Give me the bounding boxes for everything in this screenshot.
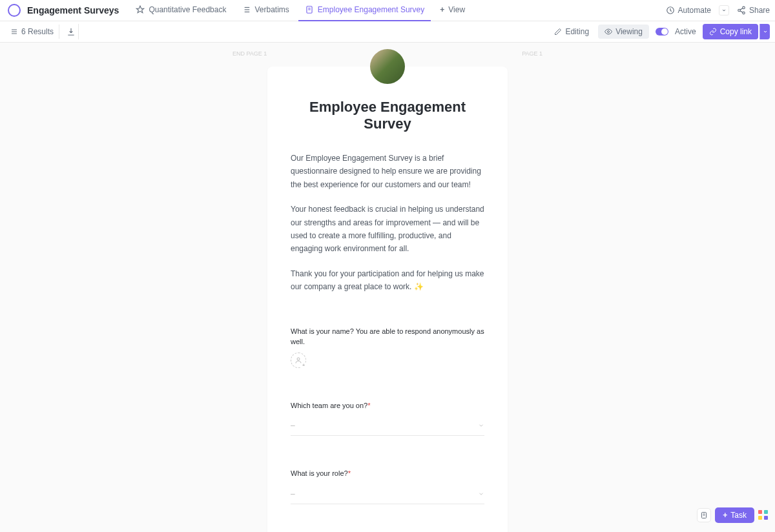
pencil-icon [554,28,562,36]
app-dot [764,510,768,514]
automate-label: Automate [678,6,711,15]
form-description-3: Thank you for your participation and for… [291,267,484,294]
share-button[interactable]: Share [737,6,770,15]
chevron-down-icon [721,8,727,13]
chevron-down-icon [478,491,484,497]
question-team: Which team are you on?* – [291,400,484,436]
copy-link-label: Copy link [720,27,752,36]
top-bar: Engagement Surveys Quantitative Feedback… [0,0,775,21]
question-label: What is your role?* [291,468,484,479]
tab-add-view[interactable]: + View [433,0,471,21]
app-dot [758,516,762,520]
link-icon [709,28,717,36]
results-button[interactable]: 6 Results [5,25,59,39]
share-icon [737,6,746,15]
tab-quantitative-feedback[interactable]: Quantitative Feedback [129,0,232,21]
tab-label: Employee Engagement Survey [318,5,424,14]
share-label: Share [749,6,770,15]
toolbar: 6 Results Editing Viewing Active Copy li… [0,21,775,43]
form-card: Employee Engagement Survey Our Employee … [267,66,508,532]
note-icon [700,511,708,519]
task-label: Task [730,511,747,520]
automate-button[interactable]: Automate [666,6,711,15]
logo-icon[interactable] [8,4,21,17]
active-toggle[interactable] [656,28,668,36]
plus-icon: + [723,511,727,520]
chevron-down-icon [763,29,768,34]
form-wrapper: Employee Engagement Survey Our Employee … [267,49,508,532]
tab-employee-engagement-survey[interactable]: Employee Engagement Survey [298,0,431,21]
active-label: Active [675,27,696,36]
form-canvas[interactable]: END PAGE 1 PAGE 1 Employee Engagement Su… [0,43,775,532]
page-hint-left: END PAGE 1 [232,50,267,57]
svg-point-19 [297,358,300,360]
editing-mode-button[interactable]: Editing [548,25,595,39]
toolbar-right: Editing Viewing Active Copy link [548,24,770,39]
app-dot [764,516,768,520]
topbar-left: Engagement Surveys Quantitative Feedback… [5,0,471,21]
topbar-right: Automate Share [666,5,770,15]
dropdown-placeholder: – [291,421,295,430]
svg-point-18 [608,31,610,33]
editing-label: Editing [565,27,589,36]
question-label: What is your name? You are able to respo… [291,326,484,347]
chevron-down-icon [478,422,484,429]
page-title: Engagement Surveys [27,5,119,15]
svg-point-10 [743,6,745,8]
eye-icon [604,28,612,36]
question-role: What is your role?* – [291,468,484,504]
automate-chevron[interactable] [719,5,729,15]
list-icon [10,28,18,36]
form-description-1: Our Employee Engagement Survey is a brie… [291,152,484,191]
required-star: * [367,402,370,409]
question-name: What is your name? You are able to respo… [291,326,484,368]
user-picker[interactable]: + [291,353,306,368]
list-icon [242,5,251,14]
viewing-label: Viewing [615,27,643,36]
question-label: Which team are you on?* [291,400,484,411]
svg-point-11 [738,9,741,12]
question-text: Which team are you on? [291,402,367,409]
viewing-mode-button[interactable]: Viewing [598,25,649,39]
role-dropdown[interactable]: – [291,484,484,504]
app-dot [758,510,762,514]
team-dropdown[interactable]: – [291,416,484,436]
question-text: What is your role? [291,469,348,477]
toolbar-left: 6 Results [5,24,79,39]
mode-toggle: Editing Viewing [548,25,649,39]
svg-line-14 [740,11,743,12]
form-icon [305,5,314,14]
copy-link-chevron[interactable] [760,24,770,39]
form-description-2: Your honest feedback is crucial in helpi… [291,203,484,256]
tab-verbatims[interactable]: Verbatims [235,0,295,21]
tab-label: Quantitative Feedback [149,5,226,14]
svg-line-13 [740,8,743,10]
dropdown-placeholder: – [291,489,295,498]
svg-point-12 [743,12,745,14]
download-icon [67,27,76,36]
download-button[interactable] [63,24,79,39]
tab-label: View [448,5,465,14]
automate-icon [666,6,675,15]
page-hint-right: PAGE 1 [522,50,542,57]
copy-link-button[interactable]: Copy link [703,24,758,39]
form-title: Employee Engagement Survey [291,99,484,132]
results-label: 6 Results [21,27,54,36]
form-avatar[interactable] [370,49,405,84]
task-fab[interactable]: + Task [715,507,754,523]
fab-row: + Task [697,507,769,523]
plus-icon: + [440,5,444,14]
tab-label: Verbatims [254,5,289,14]
notepad-fab[interactable] [697,508,711,522]
required-star: * [348,469,351,477]
plus-icon: + [300,362,307,369]
apps-fab[interactable] [758,510,769,520]
pin-icon [136,5,145,14]
